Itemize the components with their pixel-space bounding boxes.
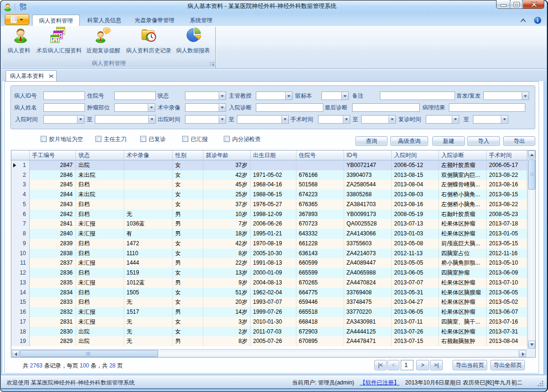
- svg-text:i: i: [537, 17, 538, 23]
